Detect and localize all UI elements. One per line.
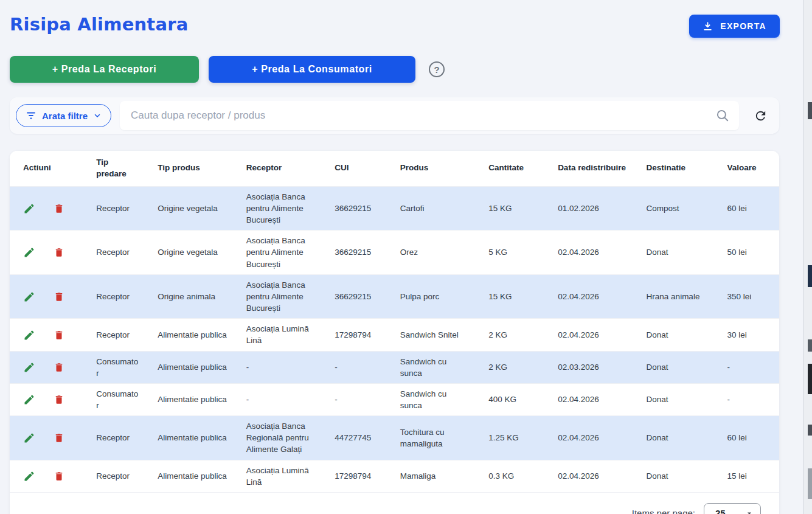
pencil-icon — [23, 470, 35, 482]
delete-button[interactable] — [54, 394, 64, 406]
delete-button[interactable] — [54, 470, 64, 482]
cell-valoare: - — [713, 351, 779, 383]
chevron-down-icon — [93, 111, 102, 120]
search-field-wrap — [120, 101, 739, 130]
col-cui: CUI — [321, 151, 387, 186]
pencil-icon — [23, 361, 35, 373]
cell-destinatie: Donat — [633, 460, 714, 492]
delete-button[interactable] — [54, 291, 64, 303]
preda-receptori-button[interactable]: + Preda La Receptori — [10, 56, 199, 83]
cell-tip-produs: Alimentatie publica — [144, 416, 232, 460]
delete-button[interactable] — [54, 329, 64, 341]
actions-cell — [10, 231, 83, 274]
cell-tip-produs: Origine vegetala — [144, 186, 232, 230]
edit-button[interactable] — [23, 291, 35, 303]
show-filters-button[interactable]: Arata filtre — [16, 104, 111, 127]
filter-bar: Arata filtre — [10, 97, 779, 134]
cell-produs: Orez — [387, 231, 475, 274]
edit-button[interactable] — [23, 329, 35, 341]
page-title: Risipa Alimentara — [10, 13, 803, 35]
actions-cell — [10, 274, 83, 318]
edit-button[interactable] — [23, 432, 35, 444]
delete-button[interactable] — [54, 246, 64, 259]
cell-cui: 17298794 — [321, 460, 387, 492]
table-footer: Items per page: 25 — [10, 493, 779, 514]
cell-tip-produs: Origine vegetala — [144, 231, 232, 274]
search-input[interactable] — [120, 101, 739, 130]
col-cantitate: Cantitate — [475, 151, 544, 186]
trash-icon — [54, 470, 64, 482]
table-body: Receptor Origine vegetala Asociația Banc… — [10, 186, 779, 492]
cell-valoare: 60 lei — [713, 416, 779, 460]
cell-produs: Mamaliga — [387, 460, 475, 492]
actions-cell — [10, 460, 83, 492]
trash-icon — [54, 361, 64, 373]
cell-cantitate: 400 KG — [475, 383, 544, 415]
cell-destinatie: Compost — [633, 186, 714, 230]
caret-down-icon — [746, 510, 753, 514]
cell-receptor: Asociația Lumină Lină — [233, 460, 321, 492]
redistribution-table: Actiuni Tip predare Tip produs Receptor … — [10, 151, 779, 493]
cell-data-redistribuire: 02.04.2026 — [544, 319, 633, 351]
preda-consumatori-label: + Preda La Consumatori — [252, 64, 372, 74]
edit-button[interactable] — [23, 246, 35, 259]
edit-button[interactable] — [23, 470, 35, 482]
table-row: Receptor Origine animala Asociația Banca… — [10, 274, 779, 318]
cell-data-redistribuire: 02.04.2026 — [544, 274, 633, 318]
table-row: Receptor Alimentatie publica Asociația L… — [10, 319, 779, 351]
actions-cell — [10, 383, 83, 415]
cell-receptor: Asociația Banca pentru Alimente Bucureșt… — [233, 274, 321, 318]
delete-button[interactable] — [54, 432, 64, 444]
cell-receptor: Asociația Banca pentru Alimente Bucureșt… — [233, 231, 321, 274]
cell-valoare: 30 lei — [713, 319, 779, 351]
cell-data-redistribuire: 02.04.2026 — [544, 416, 633, 460]
pencil-icon — [23, 203, 35, 215]
pencil-icon — [23, 432, 35, 444]
trash-icon — [54, 246, 64, 259]
delete-button[interactable] — [54, 361, 64, 373]
help-icon[interactable]: ? — [429, 61, 445, 77]
cell-tip-produs: Alimentatie publica — [144, 351, 232, 383]
cell-produs: Sandwich cu sunca — [387, 351, 475, 383]
cell-produs: Cartofi — [387, 186, 475, 230]
cell-produs: Pulpa porc — [387, 274, 475, 318]
table-header: Actiuni Tip predare Tip produs Receptor … — [10, 151, 779, 186]
col-tip-produs: Tip produs — [144, 151, 232, 186]
cell-tip-produs: Alimentatie publica — [144, 383, 232, 415]
cell-tip-produs: Alimentatie publica — [144, 460, 232, 492]
delete-button[interactable] — [54, 203, 64, 215]
preda-receptori-label: + Preda La Receptori — [52, 64, 157, 74]
preda-consumatori-button[interactable]: + Preda La Consumatori — [209, 56, 415, 83]
col-actiuni: Actiuni — [10, 151, 83, 186]
cell-receptor: Asociația Banca pentru Alimente Bucureșt… — [233, 186, 321, 230]
items-per-page-label: Items per page: — [632, 508, 695, 514]
cell-cui: 17298794 — [321, 319, 387, 351]
actions-cell — [10, 319, 83, 351]
export-button[interactable]: EXPORTA — [689, 15, 780, 38]
cell-valoare: 15 lei — [713, 460, 779, 492]
action-row: + Preda La Receptori + Preda La Consumat… — [10, 56, 803, 83]
cell-destinatie: Donat — [633, 416, 714, 460]
col-tip-predare: Tip predare — [83, 151, 144, 186]
edit-button[interactable] — [23, 203, 35, 215]
cell-tip-produs: Alimentatie publica — [144, 319, 232, 351]
edit-button[interactable] — [23, 361, 35, 373]
cell-cui: - — [321, 351, 387, 383]
cell-cantitate: 2 KG — [475, 351, 544, 383]
trash-icon — [54, 291, 64, 303]
search-icon[interactable] — [715, 106, 733, 125]
col-receptor: Receptor — [233, 151, 321, 186]
pencil-icon — [23, 394, 35, 406]
pencil-icon — [23, 246, 35, 259]
table-row: Consumator Alimentatie publica - - Sandw… — [10, 383, 779, 415]
items-per-page-select[interactable]: 25 — [704, 503, 761, 514]
table-row: Receptor Origine vegetala Asociația Banc… — [10, 231, 779, 274]
cell-tip-produs: Origine animala — [144, 274, 232, 318]
refresh-icon[interactable] — [748, 103, 773, 128]
cell-receptor: - — [233, 383, 321, 415]
edit-button[interactable] — [23, 394, 35, 406]
cell-tip-predare: Receptor — [83, 186, 144, 230]
cell-tip-predare: Receptor — [83, 274, 144, 318]
col-data-redistribuire: Data redistribuire — [544, 151, 633, 186]
topbar: Risipa Alimentara EXPORTA — [0, 0, 803, 35]
